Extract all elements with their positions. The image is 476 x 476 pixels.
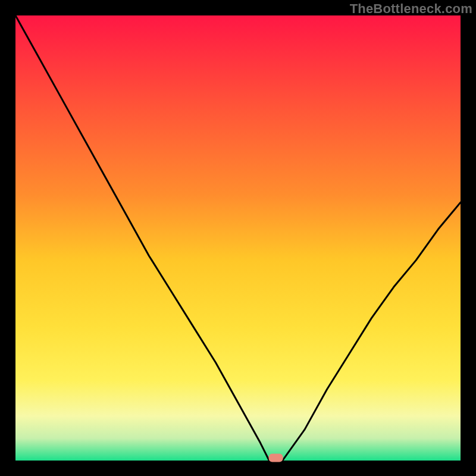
optimal-point-marker bbox=[269, 454, 283, 462]
chart-stage: TheBottleneck.com bbox=[0, 0, 476, 476]
gradient-background bbox=[15, 15, 461, 461]
watermark-text: TheBottleneck.com bbox=[350, 1, 472, 17]
bottleneck-chart bbox=[0, 0, 476, 476]
